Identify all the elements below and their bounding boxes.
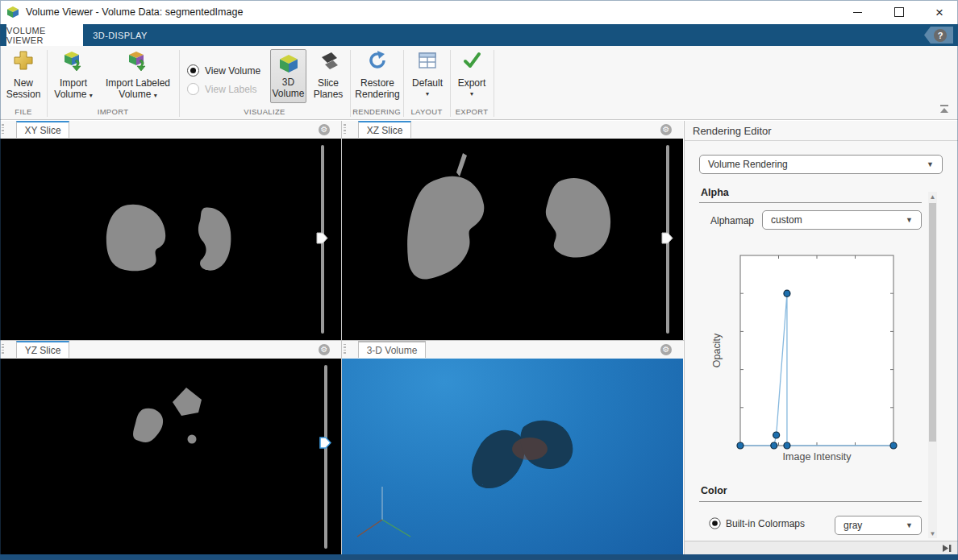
new-session-button[interactable]: New Session — [5, 48, 42, 103]
volume-3d-button[interactable]: 3D Volume — [270, 49, 306, 103]
minimize-icon — [853, 12, 862, 13]
collapse-toolstrip-button[interactable] — [939, 104, 950, 115]
dropdown-arrow: ▾ — [90, 92, 93, 99]
radio-off-icon — [187, 83, 199, 95]
panel-grip[interactable] — [2, 124, 4, 135]
window-title: Volume Viewer - Volume Data: segmentedIm… — [26, 6, 243, 18]
vertical-splitter[interactable] — [341, 121, 342, 554]
view-labels-radio[interactable]: View Labels — [187, 83, 257, 95]
help-icon: ? — [934, 29, 947, 42]
xy-slice-view[interactable] — [0, 139, 341, 340]
scroll-up-icon[interactable]: ▲ — [928, 192, 937, 201]
xz-settings-gear-button[interactable]: ⚙ — [660, 124, 672, 135]
volume-3d-cube-icon — [278, 53, 299, 74]
svg-text:Image Intensity: Image Intensity — [783, 451, 852, 463]
yz-slice-tab[interactable]: YZ Slice — [16, 341, 69, 358]
export-button[interactable]: Export ▾ — [452, 48, 492, 103]
builtin-colormaps-radio[interactable]: Built-in Colormaps — [709, 517, 805, 529]
scroll-down-icon[interactable]: ▼ — [928, 529, 937, 538]
app-cube-icon — [6, 6, 19, 19]
tab-3d-display[interactable]: 3D-DISPLAY — [83, 24, 157, 46]
axes-orientation-indicator — [357, 487, 410, 537]
xy-settings-gear-button[interactable]: ⚙ — [319, 124, 330, 135]
radio-on-icon — [709, 517, 720, 529]
divider — [699, 501, 922, 502]
collapse-panel-button[interactable] — [943, 545, 952, 552]
xy-slice-tab[interactable]: XY Slice — [16, 121, 69, 138]
vol3d-rendering-image — [342, 359, 683, 554]
panel-grip[interactable] — [2, 344, 4, 355]
slice-planes-button[interactable]: Slice Planes — [308, 48, 348, 103]
xy-slice-image — [0, 139, 341, 340]
panel-grip[interactable] — [344, 124, 346, 135]
alpha-section-header: Alpha — [701, 187, 729, 198]
alphamap-label: Alphamap — [710, 215, 754, 226]
alphamap-chart[interactable]: Image IntensityOpacity — [709, 251, 910, 463]
yz-panel-header: YZ Slice ⚙ — [0, 341, 341, 359]
panel-grip[interactable] — [344, 344, 346, 355]
window-bottom-edge — [0, 554, 958, 560]
radio-on-icon — [187, 64, 199, 77]
rendering-mode-dropdown[interactable]: Volume Rendering ▼ — [699, 155, 943, 174]
xz-slice-view[interactable] — [342, 139, 683, 340]
horizontal-splitter[interactable] — [0, 340, 684, 341]
xz-slice-slider-handle[interactable] — [661, 232, 673, 244]
vol3d-tab[interactable]: 3-D Volume — [358, 341, 426, 358]
import-labeled-volume-button[interactable]: Import Labeled Volume ▾ — [100, 48, 176, 103]
chevron-down-icon: ▼ — [906, 216, 913, 224]
vol3d-settings-gear-button[interactable]: ⚙ — [660, 344, 672, 355]
svg-text:Opacity: Opacity — [711, 333, 723, 367]
import-labeled-volume-icon — [127, 50, 148, 71]
color-section-header: Color — [701, 485, 727, 496]
close-icon: × — [935, 6, 943, 19]
import-volume-icon — [63, 50, 84, 71]
xz-slice-tab[interactable]: XZ Slice — [358, 121, 411, 138]
yz-slice-image — [0, 359, 341, 554]
section-file: FILE — [0, 106, 47, 117]
chevron-down-icon: ▼ — [927, 160, 934, 168]
dropdown-arrow: ▾ — [406, 90, 448, 97]
new-session-plus-icon — [13, 50, 34, 71]
vol3d-panel-header: 3-D Volume ⚙ — [342, 341, 683, 359]
xz-slice-image — [342, 139, 683, 340]
section-visualize: VISUALIZE — [179, 106, 350, 117]
rendering-editor-title: Rendering Editor — [693, 125, 772, 137]
colormap-dropdown[interactable]: gray ▼ — [835, 516, 922, 535]
alphamap-dropdown[interactable]: custom ▼ — [762, 210, 922, 230]
dropdown-arrow: ▾ — [452, 90, 492, 97]
gear-icon: ⚙ — [321, 126, 328, 134]
gear-icon: ⚙ — [321, 346, 328, 354]
gear-icon: ⚙ — [663, 126, 670, 134]
divider — [685, 140, 958, 141]
dropdown-arrow: ▾ — [154, 92, 157, 99]
close-button[interactable]: × — [921, 0, 958, 24]
default-layout-icon — [418, 51, 437, 70]
maximize-icon — [894, 7, 904, 17]
view-volume-radio[interactable]: View Volume — [187, 64, 260, 77]
yz-settings-gear-button[interactable]: ⚙ — [319, 344, 330, 355]
import-volume-button[interactable]: Import Volume ▾ — [48, 48, 98, 103]
section-layout: LAYOUT — [403, 106, 450, 117]
gear-icon: ⚙ — [663, 346, 670, 354]
section-import: IMPORT — [47, 106, 179, 117]
editor-scrollbar[interactable]: ▲ ▼ — [928, 192, 937, 538]
minimize-button[interactable] — [839, 0, 876, 24]
rendering-editor-panel: Rendering Editor Volume Rendering ▼ Alph… — [684, 121, 958, 554]
restore-rendering-button[interactable]: Restore Rendering — [352, 48, 403, 103]
xz-panel-header: XZ Slice ⚙ — [342, 121, 683, 139]
default-layout-button[interactable]: Default ▾ — [406, 48, 448, 103]
ribbon-tab-strip: VOLUME VIEWER 3D-DISPLAY — [0, 24, 958, 46]
yz-slice-view[interactable] — [0, 359, 341, 554]
yz-slice-slider-handle[interactable] — [319, 437, 331, 449]
chevron-down-icon: ▼ — [906, 521, 913, 529]
divider — [699, 202, 922, 203]
restore-rendering-icon — [367, 50, 388, 71]
section-export: EXPORT — [450, 106, 494, 117]
title-bar: Volume Viewer - Volume Data: segmentedIm… — [0, 0, 958, 24]
vol3d-view[interactable] — [342, 359, 683, 554]
scrollbar-thumb[interactable] — [929, 203, 936, 442]
maximize-button[interactable] — [881, 0, 918, 24]
tab-volume-viewer[interactable]: VOLUME VIEWER — [6, 24, 83, 46]
xy-slice-slider-handle[interactable] — [316, 232, 328, 244]
slice-planes-icon — [319, 51, 339, 72]
